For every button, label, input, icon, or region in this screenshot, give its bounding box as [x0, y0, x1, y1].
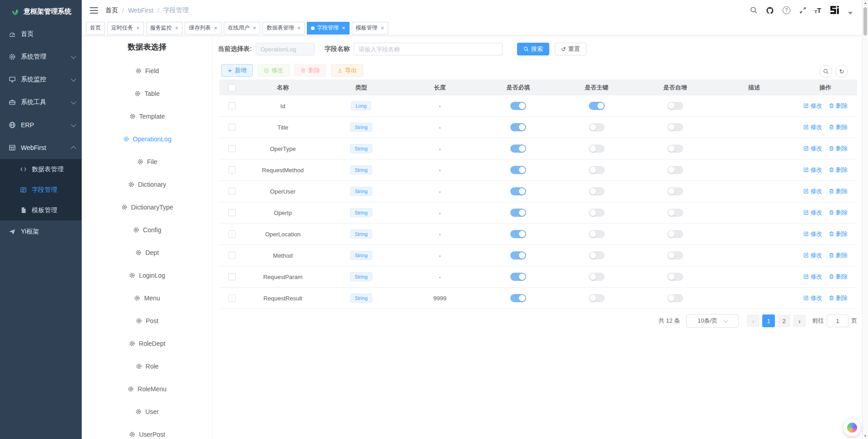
select-all-checkbox[interactable] [228, 84, 236, 91]
increment-toggle[interactable] [667, 273, 683, 281]
increment-toggle[interactable] [667, 230, 683, 238]
primary-toggle[interactable] [589, 166, 605, 174]
ai-assistant-button[interactable] [843, 419, 861, 436]
table-tree-item-RoleMenu[interactable]: RoleMenu [82, 378, 212, 400]
increment-toggle[interactable] [667, 187, 683, 195]
tab-模板管理[interactable]: 模板管理× [352, 22, 389, 35]
table-tree-item-Dept[interactable]: Dept [82, 241, 212, 264]
row-edit-link[interactable]: 修改 [803, 230, 822, 238]
required-toggle[interactable] [510, 251, 526, 259]
row-edit-link[interactable]: 修改 [803, 102, 822, 110]
next-page-button[interactable]: › [793, 314, 806, 327]
row-delete-link[interactable]: 删除 [829, 123, 848, 131]
delete-button[interactable]: 删除 [294, 64, 326, 77]
row-checkbox[interactable] [228, 209, 236, 216]
row-checkbox[interactable] [228, 252, 236, 259]
user-menu-caret-icon[interactable] [848, 12, 853, 15]
row-delete-link[interactable]: 删除 [829, 187, 848, 195]
edit-button[interactable]: 修改 [257, 64, 290, 77]
tab-定时任务[interactable]: 定时任务× [107, 22, 144, 35]
row-delete-link[interactable]: 删除 [829, 230, 848, 238]
required-toggle[interactable] [510, 294, 526, 302]
tab-缓存列表[interactable]: 缓存列表× [185, 22, 222, 35]
required-toggle[interactable] [510, 123, 526, 131]
row-checkbox[interactable] [228, 294, 236, 302]
table-refresh-button[interactable]: ↻ [835, 65, 848, 78]
reset-button[interactable]: ↺ 重置 [555, 43, 587, 55]
primary-toggle[interactable] [589, 145, 605, 153]
tab-close-icon[interactable]: × [175, 25, 179, 31]
breadcrumb-webfirst[interactable]: WebFirst [128, 7, 153, 14]
primary-toggle[interactable] [589, 123, 605, 131]
goto-page-input[interactable] [827, 314, 848, 327]
table-tree-item-Table[interactable]: Table [82, 82, 212, 105]
row-edit-link[interactable]: 修改 [803, 251, 822, 259]
row-edit-link[interactable]: 修改 [803, 294, 822, 302]
row-checkbox[interactable] [228, 102, 236, 110]
row-checkbox[interactable] [228, 273, 236, 280]
row-edit-link[interactable]: 修改 [803, 273, 822, 281]
primary-toggle[interactable] [589, 251, 605, 259]
table-tree-item-Template[interactable]: Template [82, 105, 212, 128]
tab-close-icon[interactable]: × [253, 25, 256, 31]
table-tree-item-Config[interactable]: Config [82, 219, 212, 241]
table-tree-item-User[interactable]: User [82, 400, 212, 423]
required-toggle[interactable] [510, 102, 526, 110]
row-checkbox[interactable] [228, 188, 236, 195]
row-checkbox[interactable] [228, 230, 236, 238]
github-icon[interactable] [765, 6, 774, 15]
increment-toggle[interactable] [667, 123, 683, 131]
table-tree-item-DictionaryType[interactable]: DictionaryType [82, 196, 212, 219]
export-button[interactable]: 导出 [331, 64, 363, 77]
table-tree-item-OperationLog[interactable]: OperationLog [82, 128, 212, 150]
tab-字段管理[interactable]: 字段管理× [307, 22, 350, 35]
prev-page-button[interactable]: ‹ [747, 314, 760, 327]
tab-数据表管理[interactable]: 数据表管理× [262, 22, 305, 35]
increment-toggle[interactable] [667, 209, 683, 217]
page-button-1[interactable]: 1 [762, 314, 775, 327]
row-delete-link[interactable]: 删除 [829, 166, 848, 174]
table-search-button[interactable] [819, 65, 832, 78]
increment-toggle[interactable] [667, 145, 683, 153]
table-tree-item-Post[interactable]: Post [82, 309, 212, 332]
user-avatar[interactable] [829, 4, 841, 16]
tab-close-icon[interactable]: × [342, 25, 345, 31]
table-tree-item-Menu[interactable]: Menu [82, 287, 212, 309]
sidebar-item-system-admin[interactable]: 系统管理 [0, 45, 82, 68]
table-tree-item-LoginLog[interactable]: LoginLog [82, 264, 212, 287]
required-toggle[interactable] [510, 230, 526, 238]
increment-toggle[interactable] [667, 166, 683, 174]
primary-toggle[interactable] [589, 230, 605, 238]
tab-close-icon[interactable]: × [297, 25, 301, 31]
primary-toggle[interactable] [589, 294, 605, 302]
page-size-select[interactable]: 10条/页 [686, 314, 739, 328]
tab-在线用户[interactable]: 在线用户× [224, 22, 261, 35]
tab-close-icon[interactable]: × [136, 25, 140, 31]
field-name-input[interactable] [354, 43, 503, 55]
scroll-down-icon[interactable]: ▼ [863, 434, 868, 438]
scrollbar-thumb[interactable] [863, 7, 867, 35]
required-toggle[interactable] [510, 273, 526, 281]
sidebar-item-webfirst[interactable]: WebFirst [0, 136, 82, 159]
hamburger-menu-icon[interactable] [90, 7, 98, 14]
row-delete-link[interactable]: 删除 [829, 273, 848, 281]
primary-toggle[interactable] [589, 102, 605, 110]
browser-scrollbar[interactable]: ▲ ▼ [862, 0, 868, 439]
increment-toggle[interactable] [667, 294, 683, 302]
search-button[interactable]: 搜索 [517, 43, 549, 55]
row-checkbox[interactable] [228, 145, 236, 152]
table-tree-item-UserPost[interactable]: UserPost [82, 423, 212, 439]
required-toggle[interactable] [510, 145, 526, 153]
sidebar-item-erp[interactable]: ERP [0, 114, 82, 136]
table-tree-item-Role[interactable]: Role [82, 355, 212, 378]
increment-toggle[interactable] [667, 102, 683, 110]
breadcrumb-home[interactable]: 首页 [105, 6, 118, 15]
row-edit-link[interactable]: 修改 [803, 166, 822, 174]
sidebar-item-system-tools[interactable]: 系统工具 [0, 91, 82, 114]
search-icon[interactable] [749, 6, 758, 15]
primary-toggle[interactable] [589, 273, 605, 281]
fullscreen-icon[interactable] [798, 6, 807, 15]
page-button-2[interactable]: 2 [778, 314, 790, 327]
row-delete-link[interactable]: 删除 [829, 145, 848, 153]
add-button[interactable]: 新增 [221, 64, 253, 77]
